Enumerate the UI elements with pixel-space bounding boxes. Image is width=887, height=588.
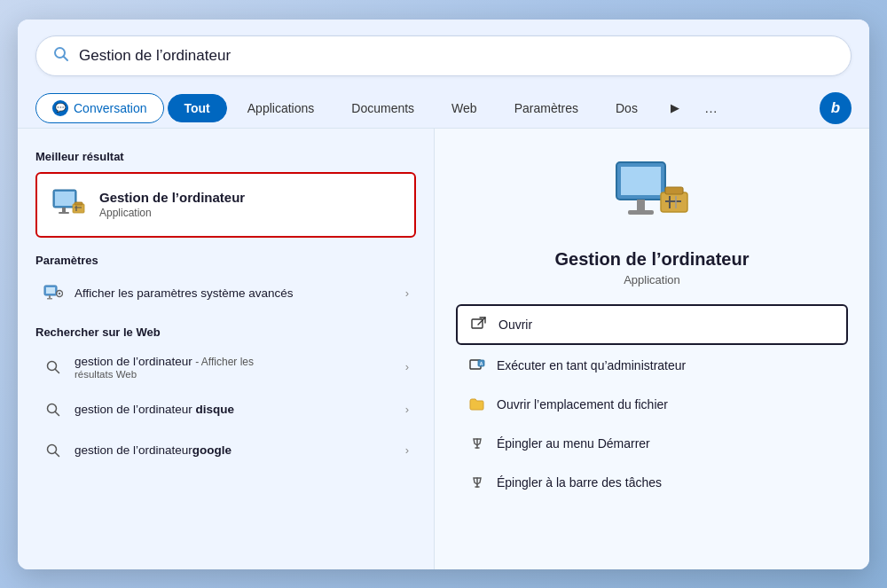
action-pin-start[interactable]: Épingler au menu Démarrer bbox=[456, 425, 848, 462]
list-item-web-3[interactable]: gestion de l’ordinateurgoogle › bbox=[35, 431, 416, 470]
detail-app-type: Application bbox=[624, 273, 680, 286]
right-panel: Gestion de l’ordinateur Application Ouvr… bbox=[435, 129, 869, 569]
best-result-type: Application bbox=[99, 207, 245, 219]
chevron-right-icon-4: › bbox=[405, 443, 409, 457]
web-item-1-label: gestion de l’ordinateur - Afficher les bbox=[75, 355, 395, 368]
action-open-location[interactable]: Ouvrir l’emplacement du fichier bbox=[456, 386, 848, 423]
svg-rect-24 bbox=[637, 200, 645, 210]
svg-rect-23 bbox=[621, 167, 661, 195]
web-section-title: Rechercher sur le Web bbox=[35, 325, 416, 339]
svg-rect-27 bbox=[665, 187, 683, 194]
bing-button[interactable]: b bbox=[820, 92, 852, 124]
left-panel: Meilleur résultat Gestio bbox=[18, 129, 435, 569]
svg-rect-12 bbox=[49, 295, 51, 298]
svg-line-32 bbox=[478, 318, 485, 325]
tabs-row: 💬 Conversation Tout Applications Documen… bbox=[18, 85, 869, 129]
tab-parametres[interactable]: Paramètres bbox=[498, 94, 595, 122]
search-web-icon-1 bbox=[43, 357, 64, 378]
svg-line-21 bbox=[55, 452, 59, 456]
svg-line-19 bbox=[55, 412, 59, 415]
chevron-right-icon: › bbox=[405, 286, 409, 300]
pin-taskbar-icon bbox=[468, 474, 486, 491]
tab-applications[interactable]: Applications bbox=[231, 94, 332, 122]
search-bar[interactable]: Gestion de l’ordinateur bbox=[35, 35, 852, 76]
tab-documents[interactable]: Documents bbox=[334, 94, 431, 122]
svg-rect-3 bbox=[55, 192, 75, 206]
action-pin-start-label: Épingler au menu Démarrer bbox=[497, 436, 650, 451]
svg-rect-13 bbox=[47, 298, 52, 300]
chevron-right-icon-3: › bbox=[405, 403, 409, 416]
search-bar-row: Gestion de l’ordinateur bbox=[18, 20, 869, 85]
best-result-name: Gestion de l’ordinateur bbox=[99, 190, 245, 205]
action-pin-taskbar-label: Épingler à la barre des tâches bbox=[497, 475, 662, 490]
svg-rect-4 bbox=[62, 208, 66, 212]
tab-web[interactable]: Web bbox=[435, 94, 494, 122]
best-result-title: Meilleur résultat bbox=[35, 150, 416, 163]
action-run-admin-label: Exécuter en tant qu’administrateur bbox=[497, 358, 686, 372]
pin-start-icon bbox=[468, 435, 486, 452]
svg-rect-6 bbox=[73, 204, 84, 213]
search-web-icon-2 bbox=[43, 399, 64, 420]
svg-point-15 bbox=[59, 292, 60, 294]
svg-rect-31 bbox=[472, 319, 483, 328]
list-item-parametres-system[interactable]: Afficher les paramètres système avancés … bbox=[35, 274, 416, 313]
parametres-section-title: Paramètres bbox=[35, 254, 416, 267]
action-run-admin[interactable]: A Exécuter en tant qu’administrateur bbox=[456, 347, 848, 384]
folder-icon bbox=[468, 396, 486, 413]
parametres-system-label: Afficher les paramètres système avancés bbox=[75, 286, 395, 300]
svg-line-1 bbox=[64, 56, 68, 60]
monitor-settings-icon bbox=[43, 283, 64, 304]
bing-icon: b bbox=[831, 99, 840, 117]
action-open-location-label: Ouvrir l’emplacement du fichier bbox=[497, 397, 668, 412]
tab-dos[interactable]: Dos bbox=[599, 94, 655, 122]
search-web-icon-3 bbox=[43, 440, 64, 461]
best-result-item[interactable]: Gestion de l’ordinateur Application bbox=[35, 172, 416, 238]
search-panel: Gestion de l’ordinateur 💬 Conversation T… bbox=[18, 20, 869, 569]
search-input[interactable]: Gestion de l’ordinateur bbox=[79, 47, 835, 65]
tabs-extra: ▶ … bbox=[662, 94, 727, 122]
web-item-1-sublabel: résultats Web bbox=[75, 369, 395, 380]
computer-management-icon bbox=[50, 186, 87, 223]
parametres-system-text: Afficher les paramètres système avancés bbox=[75, 286, 395, 300]
list-item-web-1[interactable]: gestion de l’ordinateur - Afficher les r… bbox=[35, 346, 416, 388]
svg-line-17 bbox=[55, 369, 59, 372]
tab-play-button[interactable]: ▶ bbox=[662, 95, 688, 121]
chevron-right-icon-2: › bbox=[405, 360, 409, 373]
svg-rect-5 bbox=[59, 212, 69, 214]
svg-rect-25 bbox=[628, 210, 654, 215]
search-icon bbox=[52, 45, 70, 67]
list-item-web-2[interactable]: gestion de l’ordinateur disque › bbox=[35, 390, 416, 429]
tab-conversation[interactable]: 💬 Conversation bbox=[35, 93, 164, 123]
tab-more-button[interactable]: … bbox=[695, 94, 727, 122]
web-item-3-content: gestion de l’ordinateurgoogle bbox=[75, 443, 395, 457]
cortana-icon: 💬 bbox=[52, 100, 68, 116]
action-open-label: Ouvrir bbox=[498, 318, 532, 332]
best-result-text: Gestion de l’ordinateur Application bbox=[99, 190, 245, 219]
action-list: Ouvrir A Exécuter en tant qu’administrat… bbox=[456, 304, 848, 501]
content-area: Meilleur résultat Gestio bbox=[18, 129, 869, 569]
tab-tout[interactable]: Tout bbox=[168, 94, 227, 122]
web-item-3-label: gestion de l’ordinateurgoogle bbox=[75, 443, 395, 457]
admin-icon: A bbox=[468, 357, 486, 374]
web-item-2-content: gestion de l’ordinateur disque bbox=[75, 403, 395, 416]
action-pin-taskbar[interactable]: Épingler à la barre des tâches bbox=[456, 464, 848, 501]
action-open[interactable]: Ouvrir bbox=[456, 304, 848, 345]
detail-computer-management-icon bbox=[612, 155, 692, 235]
svg-text:A: A bbox=[480, 360, 483, 365]
svg-rect-7 bbox=[75, 202, 82, 205]
web-item-2-label: gestion de l’ordinateur disque bbox=[75, 403, 395, 416]
svg-rect-11 bbox=[46, 287, 55, 294]
open-icon bbox=[470, 316, 488, 333]
web-item-1-content: gestion de l’ordinateur - Afficher les r… bbox=[75, 355, 395, 380]
detail-app-name: Gestion de l’ordinateur bbox=[555, 249, 750, 270]
